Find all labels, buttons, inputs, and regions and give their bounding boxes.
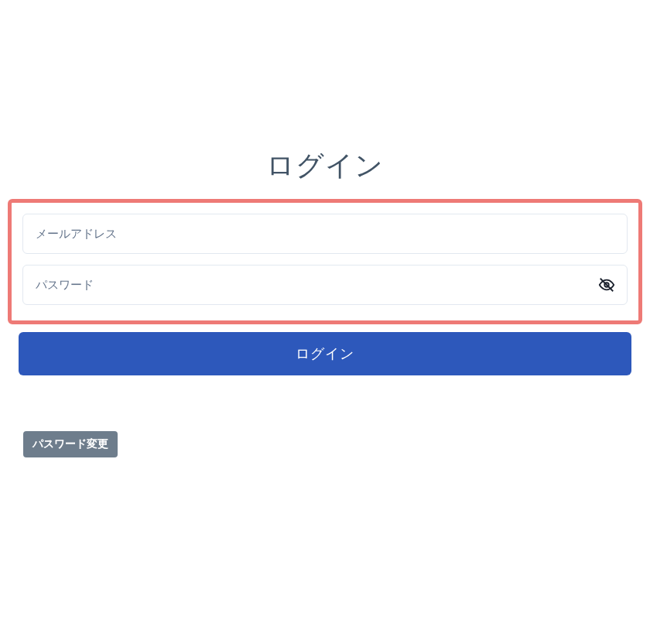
login-container: ログイン ログイン パスワード変更 <box>0 0 650 457</box>
password-change-button[interactable]: パスワード変更 <box>23 431 118 457</box>
email-input-wrapper <box>22 214 628 254</box>
email-field[interactable] <box>22 214 628 254</box>
input-highlight-box <box>8 199 642 324</box>
password-input-wrapper <box>22 265 628 305</box>
login-button[interactable]: ログイン <box>19 332 631 375</box>
eye-off-icon[interactable] <box>598 276 615 293</box>
password-field[interactable] <box>22 265 628 305</box>
page-title: ログイン <box>8 147 642 185</box>
